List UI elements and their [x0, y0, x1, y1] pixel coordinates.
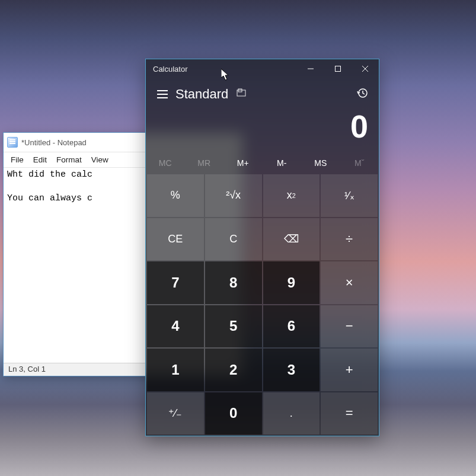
desktop-wallpaper: *Untitled - Notepad File Edit Format Vie…	[0, 0, 476, 476]
digit-3-button[interactable]: 3	[263, 349, 320, 391]
memory-list-button[interactable]: Mˇ	[340, 158, 379, 168]
menu-format[interactable]: Format	[54, 155, 84, 165]
negate-button[interactable]: ⁺⁄₋	[147, 392, 204, 435]
menu-file[interactable]: File	[8, 155, 26, 165]
history-icon	[357, 88, 368, 98]
digit-0-button[interactable]: 0	[205, 392, 262, 435]
calculator-window: Calculator Standard 0	[145, 59, 379, 436]
decimal-button[interactable]: .	[263, 392, 320, 435]
clear-button[interactable]: C	[205, 218, 262, 261]
calculator-display: 0	[146, 110, 379, 153]
digit-5-button[interactable]: 5	[205, 305, 262, 348]
svg-rect-1	[336, 66, 341, 72]
multiply-button[interactable]: ×	[321, 261, 378, 304]
keep-on-top-button[interactable]	[237, 88, 246, 100]
digit-7-button[interactable]: 7	[147, 261, 204, 304]
calculator-mode-bar: Standard	[146, 78, 379, 110]
close-button[interactable]	[352, 59, 379, 78]
minimize-icon	[308, 66, 314, 72]
keep-on-top-icon	[237, 88, 246, 98]
square-x-label: x	[287, 189, 292, 202]
memory-add-button[interactable]: M+	[223, 158, 263, 168]
minimize-button[interactable]	[297, 59, 324, 78]
digit-6-button[interactable]: 6	[263, 305, 320, 348]
square-button[interactable]: x2	[263, 174, 320, 217]
close-icon	[362, 66, 368, 72]
calculator-titlebar[interactable]: Calculator	[146, 59, 379, 78]
calculator-title: Calculator	[153, 65, 188, 74]
menu-edit[interactable]: Edit	[31, 155, 49, 165]
digit-4-button[interactable]: 4	[147, 305, 204, 348]
equals-button[interactable]: =	[321, 392, 378, 435]
digit-1-button[interactable]: 1	[147, 349, 204, 391]
reciprocal-button[interactable]: ¹⁄ₓ	[321, 174, 378, 217]
memory-row: MC MR M+ M- MS Mˇ	[146, 153, 379, 173]
sqrt-button[interactable]: ²√x	[205, 174, 262, 217]
plus-button[interactable]: +	[321, 349, 378, 391]
clear-entry-button[interactable]: CE	[147, 218, 204, 261]
digit-9-button[interactable]: 9	[263, 261, 320, 304]
history-button[interactable]	[352, 88, 373, 101]
calculator-keypad: % ²√x x2 ¹⁄ₓ CE C ⌫ ÷ 7 8 9 × 4 5 6 − 1 …	[146, 173, 379, 436]
memory-store-button[interactable]: MS	[301, 158, 340, 168]
hamburger-icon	[157, 90, 168, 98]
memory-clear-button[interactable]: MC	[146, 158, 185, 168]
digit-8-button[interactable]: 8	[205, 261, 262, 304]
hamburger-menu-button[interactable]	[152, 88, 173, 101]
digit-2-button[interactable]: 2	[205, 349, 262, 391]
calculator-mode-label: Standard	[175, 87, 228, 102]
minus-button[interactable]: −	[321, 305, 378, 348]
memory-sub-button[interactable]: M-	[263, 158, 302, 168]
divide-button[interactable]: ÷	[321, 218, 378, 261]
square-exp-label: 2	[292, 192, 296, 199]
maximize-icon	[335, 66, 341, 72]
notepad-icon	[7, 137, 18, 148]
notepad-title: *Untitled - Notepad	[21, 138, 87, 147]
percent-button[interactable]: %	[147, 174, 204, 217]
maximize-button[interactable]	[324, 59, 352, 78]
memory-recall-button[interactable]: MR	[185, 158, 224, 168]
menu-view[interactable]: View	[89, 155, 111, 165]
backspace-button[interactable]: ⌫	[263, 218, 320, 261]
